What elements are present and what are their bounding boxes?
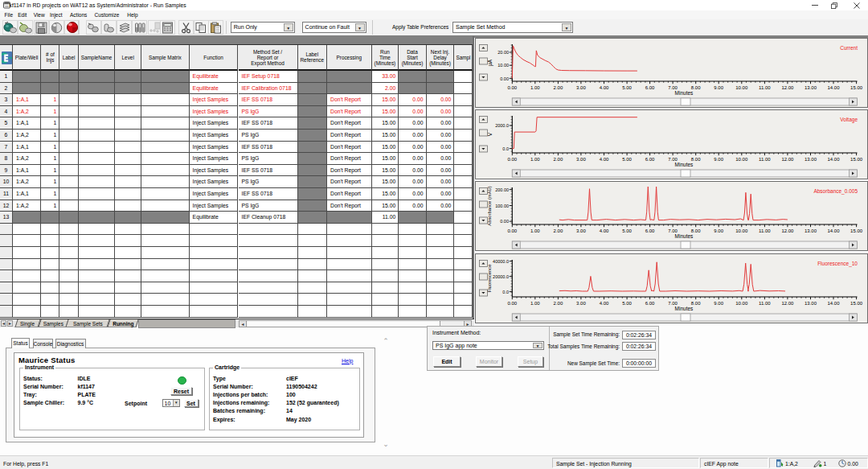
svg-text:8.00: 8.00 (691, 156, 701, 161)
svg-text:1.00: 1.00 (530, 300, 540, 305)
svg-text:8.00: 8.00 (691, 84, 701, 89)
svg-text:9.00: 9.00 (714, 84, 723, 89)
svg-text:Minutes: Minutes (675, 306, 694, 311)
svg-text:0.00: 0.00 (507, 300, 517, 305)
svg-text:5.00: 5.00 (622, 156, 632, 161)
svg-text:2.00: 2.00 (554, 156, 563, 161)
svg-text:Absorbance (mAU): Absorbance (mAU) (487, 186, 492, 225)
svg-text:0.00: 0.00 (500, 76, 509, 80)
svg-text:3.00: 3.00 (576, 156, 586, 161)
svg-text:15.00: 15.00 (850, 228, 863, 233)
svg-text:6.00: 6.00 (645, 156, 655, 161)
svg-text:6.00: 6.00 (645, 228, 655, 233)
svg-text:11.00: 11.00 (759, 300, 771, 305)
svg-text:11.00: 11.00 (759, 156, 771, 161)
svg-text:15.00: 15.00 (850, 156, 863, 161)
svg-text:7.00: 7.00 (668, 228, 678, 233)
svg-text:6.00: 6.00 (645, 300, 655, 305)
svg-text:15.00: 15.00 (850, 300, 863, 305)
svg-text:9.00: 9.00 (714, 228, 723, 233)
svg-text:10.00: 10.00 (497, 63, 509, 68)
svg-text:2.00: 2.00 (554, 300, 563, 305)
svg-text:Absorbance_0.005: Absorbance_0.005 (813, 188, 858, 195)
svg-text:7.00: 7.00 (668, 156, 678, 161)
svg-text:13.00: 13.00 (805, 300, 817, 305)
svg-text:µA: µA (487, 59, 493, 66)
svg-text:0.0: 0.0 (502, 289, 509, 294)
svg-text:5.00: 5.00 (622, 300, 632, 305)
svg-text:10.00: 10.00 (735, 156, 748, 161)
svg-text:0.00: 0.00 (500, 219, 509, 224)
svg-text:Minutes: Minutes (675, 233, 694, 239)
svg-text:2.00: 2.00 (554, 84, 563, 89)
svg-text:Minutes: Minutes (675, 90, 694, 96)
svg-text:1.00: 1.00 (530, 228, 540, 233)
svg-text:12.00: 12.00 (781, 84, 794, 89)
svg-text:V: V (487, 132, 493, 136)
svg-text:5.00: 5.00 (622, 228, 632, 233)
svg-text:20000.0: 20000.0 (493, 274, 509, 278)
svg-text:8.00: 8.00 (691, 228, 701, 233)
svg-text:15.00: 15.00 (850, 84, 863, 89)
svg-text:1.00: 1.00 (530, 84, 540, 89)
svg-text:14.00: 14.00 (827, 300, 840, 305)
svg-text:0.00: 0.00 (507, 84, 517, 89)
svg-text:200.00: 200.00 (495, 187, 509, 192)
svg-text:0.0: 0.0 (502, 146, 509, 150)
svg-text:3.00: 3.00 (576, 84, 586, 89)
svg-text:7.00: 7.00 (668, 84, 678, 89)
svg-text:12.00: 12.00 (781, 228, 794, 233)
svg-text:9.00: 9.00 (714, 156, 723, 161)
svg-text:10.00: 10.00 (735, 84, 748, 89)
svg-text:2.00: 2.00 (554, 228, 563, 233)
svg-text:12.00: 12.00 (781, 300, 794, 305)
svg-text:8.00: 8.00 (691, 300, 701, 305)
svg-text:11.00: 11.00 (759, 228, 771, 233)
svg-text:4.00: 4.00 (600, 84, 609, 89)
svg-text:1.00: 1.00 (530, 156, 540, 161)
svg-text:5.00: 5.00 (622, 84, 632, 89)
svg-text:10.00: 10.00 (735, 228, 748, 233)
svg-text:9.00: 9.00 (714, 300, 723, 305)
svg-text:40000.0: 40000.0 (493, 258, 509, 263)
svg-text:100.00: 100.00 (495, 204, 509, 208)
svg-text:14.00: 14.00 (827, 228, 840, 233)
svg-text:7.00: 7.00 (668, 300, 678, 305)
svg-text:Current: Current (840, 45, 858, 51)
svg-text:13.00: 13.00 (805, 84, 817, 89)
svg-text:4.00: 4.00 (600, 156, 609, 161)
svg-text:20.00: 20.00 (497, 50, 509, 55)
svg-text:Fluorescence: Fluorescence (487, 264, 492, 292)
svg-text:0.00: 0.00 (507, 156, 517, 161)
svg-text:14.00: 14.00 (827, 84, 840, 89)
svg-text:4.00: 4.00 (600, 300, 609, 305)
svg-text:Voltage: Voltage (840, 117, 858, 123)
svg-text:2000.0: 2000.0 (495, 123, 509, 128)
svg-text:13.00: 13.00 (805, 228, 817, 233)
svg-text:4.00: 4.00 (600, 228, 609, 233)
svg-text:13.00: 13.00 (805, 156, 817, 161)
svg-text:3.00: 3.00 (576, 228, 586, 233)
svg-text:10.00: 10.00 (735, 300, 748, 305)
svg-text:Minutes: Minutes (675, 162, 694, 167)
svg-text:6.00: 6.00 (645, 84, 655, 89)
svg-text:0.00: 0.00 (507, 228, 517, 233)
svg-text:3.00: 3.00 (576, 300, 586, 305)
svg-text:14.00: 14.00 (827, 156, 840, 161)
svg-text:12.00: 12.00 (781, 156, 794, 161)
svg-text:Fluorescence_10: Fluorescence_10 (817, 261, 858, 267)
svg-text:11.00: 11.00 (759, 84, 771, 89)
